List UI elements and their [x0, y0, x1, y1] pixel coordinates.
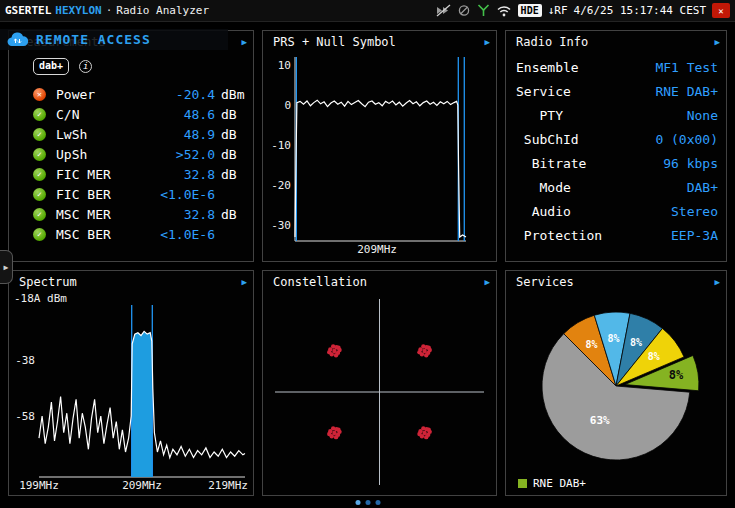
panel-title: Radio Info [516, 35, 588, 49]
rf-input-label: ↓RF [548, 4, 568, 17]
chevron-right-icon[interactable]: ▶ [715, 37, 720, 47]
panel-title: Services [516, 275, 574, 289]
services-legend: RNE DAB+ [518, 477, 586, 490]
prs-header: PRS + Null Symbol ▶ [263, 31, 496, 51]
radio-info-rows: EnsembleMF1 TestServiceRNE DAB+ PTYNone … [506, 51, 726, 247]
page-dot[interactable] [365, 500, 370, 505]
svg-text:8%: 8% [630, 337, 642, 348]
status-ok-icon: ✓ [33, 148, 46, 161]
radio-info-row: ModeDAB+ [516, 175, 718, 199]
radio-info-row: PTYNone [516, 103, 718, 127]
legend-swatch [518, 479, 527, 488]
page-indicator[interactable] [355, 500, 380, 505]
prs-chart[interactable]: 100-10-20-30209MHz [265, 51, 494, 259]
constellation-chart[interactable] [265, 291, 494, 493]
measurement-value: <1.0E-6 [111, 187, 215, 202]
prs-plot: 100-10-20-30209MHz [265, 51, 494, 259]
svg-text:199MHz: 199MHz [19, 479, 59, 492]
measurements-rows: ✕Power-20.4dBm✓C/N48.6dB✓LwSh48.9dB✓UpSh… [33, 84, 251, 244]
panel-constellation[interactable]: Constellation ▶ [262, 270, 497, 496]
spectrum-header: Spectrum ▶ [9, 271, 253, 291]
services_pie-plot: 8%8%8%8%8%63% [508, 299, 724, 473]
svg-text:-10: -10 [271, 139, 291, 152]
measurement-value: 32.8 [111, 167, 215, 182]
radio-info-value: RNE DAB+ [655, 84, 718, 99]
measurement-row: ✓MSC MER32.8dB [33, 204, 251, 224]
radio-info-value: MF1 Test [655, 60, 718, 75]
measurement-unit: dBm [221, 87, 251, 102]
chevron-right-icon[interactable]: ▶ [485, 277, 490, 287]
status-error-icon: ✕ [33, 88, 46, 101]
panel-spectrum[interactable]: Spectrum ▶ -18A dBm-38-58199MHz209MHz219… [8, 270, 254, 496]
measurement-value: 32.8 [111, 207, 215, 222]
radio-info-row: EnsembleMF1 Test [516, 55, 718, 79]
page-dot[interactable] [375, 500, 380, 505]
signal-type-row: dab+ i [33, 57, 251, 75]
svg-text:0: 0 [284, 99, 291, 112]
measurement-label: UpSh [56, 147, 87, 162]
constellation-plot [265, 291, 494, 493]
model-name: HEXYLON [55, 4, 101, 17]
measurement-row: ✓C/N48.6dB [33, 104, 251, 124]
measurement-label: LwSh [56, 127, 87, 142]
panel-prs[interactable]: PRS + Null Symbol ▶ 100-10-20-30209MHz [262, 30, 497, 262]
measurement-row: ✓LwSh48.9dB [33, 124, 251, 144]
radio-info-row: AudioStereo [516, 199, 718, 223]
radio-info-label: Bitrate [516, 156, 586, 171]
topbar: GSERTEL HEXYLON · Radio Analyzer HDE ↓RF… [0, 0, 735, 22]
chevron-right-icon[interactable]: ▶ [242, 277, 247, 287]
measurement-value: >52.0 [87, 147, 215, 162]
radio-info-row: Bitrate96 kbps [516, 151, 718, 175]
app-title: Radio Analyzer [116, 4, 209, 17]
services-chart[interactable]: 8%8%8%8%8%63% [508, 299, 724, 473]
measurement-unit: dB [221, 147, 251, 162]
chevron-right-icon[interactable]: ▶ [485, 37, 490, 47]
radio-info-value: 96 kbps [663, 156, 718, 171]
panel-title: Constellation [273, 275, 367, 289]
topbar-status-area: HDE ↓RF 4/6/25 15:17:44 CEST ✕ [436, 3, 730, 18]
panel-radio-info[interactable]: Radio Info ▶ EnsembleMF1 TestServiceRNE … [505, 30, 727, 262]
radio-info-label: Service [516, 84, 571, 99]
measurement-label: FIC MER [56, 167, 111, 182]
audio-muted-icon [436, 4, 451, 17]
status-ok-icon: ✓ [33, 188, 46, 201]
measurement-unit: dB [221, 207, 251, 222]
status-ok-icon: ✓ [33, 208, 46, 221]
measurement-row: ✓MSC BER<1.0E-6 [33, 224, 251, 244]
radio-info-row: ServiceRNE DAB+ [516, 79, 718, 103]
panel-title: Spectrum [19, 275, 77, 289]
measurement-label: MSC MER [56, 207, 111, 222]
status-ok-icon: ✓ [33, 228, 46, 241]
spectrum-chart[interactable]: -18A dBm-38-58199MHz209MHz219MHz [11, 291, 251, 493]
radio-info-value: Stereo [671, 204, 718, 219]
measurement-row: ✓FIC BER<1.0E-6 [33, 184, 251, 204]
svg-text:-38: -38 [15, 354, 35, 367]
side-drawer-handle[interactable]: ▶ [0, 250, 13, 284]
drawer-arrow-icon: ▶ [4, 263, 9, 272]
measurement-value: -20.4 [95, 87, 215, 102]
panel-services[interactable]: Services ▶ 8%8%8%8%8%63% RNE DAB+ [505, 270, 727, 496]
measurement-value: <1.0E-6 [111, 227, 215, 242]
measurement-row: ✓FIC MER32.8dB [33, 164, 251, 184]
datetime: 4/6/25 15:17:44 CEST [574, 4, 706, 17]
measurement-label: C/N [56, 107, 79, 122]
wifi-icon [496, 4, 512, 17]
measurement-row: ✕Power-20.4dBm [33, 84, 251, 104]
radio-info-label: SubChId [516, 132, 579, 147]
measurement-label: Power [56, 87, 95, 102]
radio-info-value: DAB+ [687, 180, 718, 195]
svg-text:219MHz: 219MHz [208, 479, 248, 492]
brand-logo: GSERTEL [5, 4, 51, 17]
measurement-unit: dB [221, 127, 251, 142]
panel-title: PRS + Null Symbol [273, 35, 396, 49]
info-icon[interactable]: i [79, 60, 92, 73]
radio-info-label: PTY [516, 108, 563, 123]
status-ok-icon: ✓ [33, 128, 46, 141]
panel-measurements[interactable]: Measurements ▶ dab+ i ✕Power-20.4dBm✓C/N… [8, 30, 254, 262]
radio-info-label: Audio [516, 204, 571, 219]
chevron-right-icon[interactable]: ▶ [715, 277, 720, 287]
close-button[interactable]: ✕ [712, 3, 730, 18]
chevron-right-icon[interactable]: ▶ [242, 37, 247, 47]
page-dot[interactable] [355, 500, 360, 505]
radio-info-row: SubChId0 (0x00) [516, 127, 718, 151]
